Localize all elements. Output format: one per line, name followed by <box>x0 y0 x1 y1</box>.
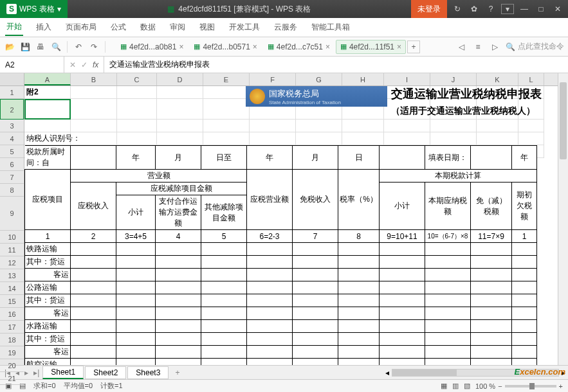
vertical-scrollbar[interactable] <box>558 73 568 365</box>
close-icon[interactable]: × <box>253 42 257 51</box>
app-logo[interactable]: S WPS 表格 ▾ <box>0 0 68 18</box>
save-icon[interactable]: 💾 <box>19 41 31 53</box>
file-tab[interactable]: ▦4ef2d...c7c51× <box>263 40 334 54</box>
select-all-corner[interactable] <box>0 73 24 86</box>
row-header[interactable]: 11 <box>0 244 24 256</box>
row-header[interactable]: 19 <box>0 346 24 359</box>
col-header[interactable]: D <box>157 73 203 85</box>
view-page-icon[interactable]: ▥ <box>452 382 459 390</box>
preview-icon[interactable]: 🔍 <box>50 41 62 53</box>
row-header[interactable]: 16 <box>0 308 24 321</box>
collapse-icon[interactable]: ▾ <box>501 4 514 14</box>
close-icon[interactable]: × <box>397 42 401 51</box>
row-header[interactable]: 1 <box>0 86 24 99</box>
menu-insert[interactable]: 插入 <box>35 19 53 35</box>
menu-review[interactable]: 审阅 <box>169 19 187 35</box>
col-header[interactable]: F <box>250 73 296 85</box>
cancel-icon[interactable]: ✕ <box>69 60 76 69</box>
row-header[interactable]: 10 <box>0 231 24 244</box>
menu-layout[interactable]: 页面布局 <box>64 19 98 35</box>
view-normal-icon[interactable]: ▦ <box>441 382 447 390</box>
hscroll-left-icon[interactable]: ◂ <box>385 368 389 377</box>
col-header[interactable]: I <box>384 73 430 85</box>
tax-bureau-banner: 国家税务总局 State Administration of Taxation <box>246 86 387 107</box>
print-icon[interactable]: 🖶 <box>35 41 46 53</box>
scrollbar-thumb[interactable] <box>392 370 457 376</box>
file-tab[interactable]: ▦4ef2d...11f51× <box>336 40 406 54</box>
skin-icon[interactable]: ✿ <box>468 4 481 13</box>
row-header[interactable]: 17 <box>0 321 24 334</box>
row-header[interactable]: 20 <box>0 359 24 372</box>
col-header[interactable]: C <box>117 73 157 85</box>
menu-smart[interactable]: 智能工具箱 <box>310 19 351 35</box>
add-sheet-button[interactable]: + <box>170 367 185 379</box>
maximize-button[interactable]: □ <box>535 4 547 13</box>
row-header[interactable]: 21 <box>0 372 24 385</box>
minimize-button[interactable]: — <box>518 4 531 13</box>
row-header[interactable]: 15 <box>0 295 24 308</box>
ribbon-left-icon[interactable]: ◁ <box>455 41 467 53</box>
ribbon-right-icon[interactable]: ▷ <box>489 41 500 53</box>
redo-icon[interactable]: ↷ <box>88 41 100 53</box>
row-header[interactable]: 12 <box>0 256 24 269</box>
menu-data[interactable]: 数据 <box>139 19 157 35</box>
zoom-control[interactable]: 100 % − + <box>475 382 563 390</box>
status-bar: ▣ ▤ 求和=0 平均值=0 计数=1 ▦ ▥ ▧ 100 % − + <box>0 379 568 392</box>
login-button[interactable]: 未登录 <box>411 0 447 18</box>
col-header[interactable]: A <box>24 73 71 85</box>
row-header[interactable]: 9 <box>0 197 24 231</box>
close-button[interactable]: ✕ <box>551 4 564 13</box>
row-header[interactable]: 2 <box>0 99 24 120</box>
row-header[interactable]: 6 <box>0 158 24 171</box>
zoom-out-icon[interactable]: − <box>498 382 502 390</box>
col-header[interactable]: L <box>518 73 544 85</box>
sheet-tab[interactable]: Sheet1 <box>42 366 84 379</box>
scrollbar-thumb[interactable] <box>560 82 567 159</box>
zoom-in-icon[interactable]: + <box>559 382 563 390</box>
row-header[interactable]: 8 <box>0 184 24 197</box>
menu-view[interactable]: 视图 <box>198 19 216 35</box>
col-header[interactable]: H <box>342 73 384 85</box>
close-icon[interactable]: × <box>179 42 183 51</box>
command-search[interactable]: 🔍 点此查找命令 <box>506 41 564 52</box>
name-box[interactable]: A2 <box>0 57 64 73</box>
file-tab[interactable]: ▦4ef2d...a0b81× <box>116 40 188 54</box>
row-header[interactable]: 13 <box>0 269 24 282</box>
menu-cloud[interactable]: 云服务 <box>273 19 298 35</box>
accept-icon[interactable]: ✓ <box>81 60 87 69</box>
row-header[interactable]: 4 <box>0 132 24 145</box>
open-icon[interactable]: 📂 <box>4 41 15 53</box>
titlebar: S WPS 表格 ▾ ▦ 4ef2dcfd811f51 [兼容模式] - WPS… <box>0 0 568 18</box>
grid[interactable]: A B C D E F G H I J K L 附2 纳税人识别号： 纳税人名称… <box>24 73 568 365</box>
sheet-tab[interactable]: Sheet3 <box>127 366 169 379</box>
help-icon[interactable]: ? <box>484 4 497 13</box>
row-header[interactable]: 14 <box>0 282 24 295</box>
view-break-icon[interactable]: ▧ <box>464 382 470 390</box>
file-tab[interactable]: ▦4ef2d...b0571× <box>189 40 261 54</box>
active-cell[interactable] <box>24 99 71 120</box>
formula-input[interactable]: 交通运输业营业税纳税申报表 <box>104 59 568 70</box>
col-header[interactable]: K <box>477 73 518 85</box>
row-header[interactable]: 7 <box>0 171 24 184</box>
add-tab-button[interactable]: + <box>407 40 420 53</box>
ribbon-menu-icon[interactable]: ≡ <box>472 41 484 53</box>
col-header[interactable]: B <box>71 73 117 85</box>
row-header[interactable]: 5 <box>0 145 24 158</box>
sheet-tab[interactable]: Sheet2 <box>85 366 126 379</box>
row-header[interactable]: 3 <box>0 120 24 132</box>
col-header[interactable]: E <box>203 73 250 85</box>
cell[interactable]: 附2 <box>24 86 71 99</box>
sync-icon[interactable]: ↻ <box>451 4 464 13</box>
menu-dev[interactable]: 开发工具 <box>228 19 261 35</box>
col-header[interactable]: G <box>296 73 342 85</box>
row-header[interactable]: 18 <box>0 334 24 346</box>
last-sheet-icon[interactable]: ▸| <box>32 368 41 377</box>
menu-formula[interactable]: 公式 <box>109 19 127 35</box>
col-header[interactable]: J <box>430 73 477 85</box>
undo-icon[interactable]: ↶ <box>73 41 84 53</box>
fx-icon[interactable]: fx <box>93 60 98 69</box>
zoom-slider[interactable] <box>505 385 556 388</box>
close-icon[interactable]: × <box>325 42 330 51</box>
menu-start[interactable]: 开始 <box>5 19 23 36</box>
cell[interactable]: 纳税人识别号： <box>24 132 71 145</box>
